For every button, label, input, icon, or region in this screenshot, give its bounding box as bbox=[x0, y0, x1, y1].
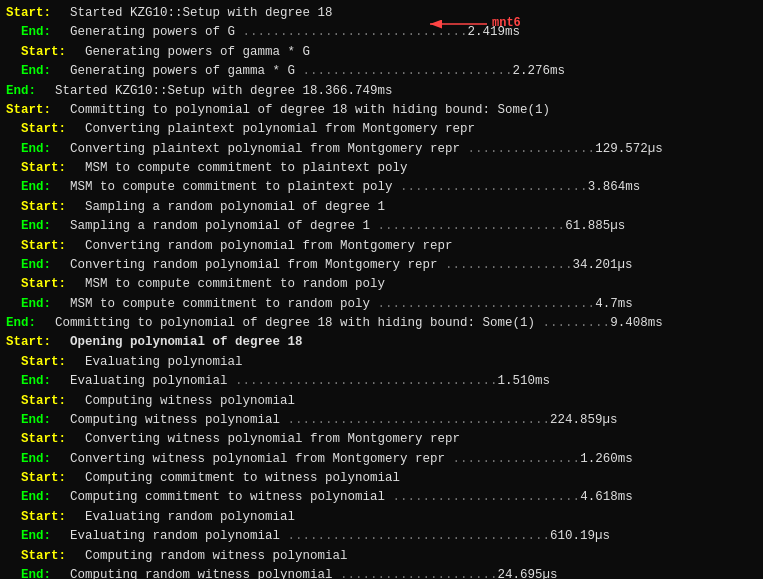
log-line: Start: Opening polynomial of degree 18 bbox=[0, 333, 763, 352]
log-line: End: Committing to polynomial of degree … bbox=[0, 314, 763, 333]
log-line: Start: Evaluating polynomial bbox=[0, 353, 763, 372]
log-line: Start: Generating powers of gamma * G bbox=[0, 43, 763, 62]
log-line: Start: Started KZG10::Setup with degree … bbox=[0, 4, 763, 23]
log-line: End: Computing random witness polynomial… bbox=[0, 566, 763, 579]
log-line: End: Generating powers of gamma * G ....… bbox=[0, 62, 763, 81]
log-line: Start: Sampling a random polynomial of d… bbox=[0, 198, 763, 217]
log-line: End: Evaluating polynomial .............… bbox=[0, 372, 763, 391]
log-line: End: Computing commitment to witness pol… bbox=[0, 488, 763, 507]
log-line: End: MSM to compute commitment to plaint… bbox=[0, 178, 763, 197]
log-line: End: Converting random polynomial from M… bbox=[0, 256, 763, 275]
log-line: End: Evaluating random polynomial ......… bbox=[0, 527, 763, 546]
log-line: Start: Computing witness polynomial bbox=[0, 392, 763, 411]
log-line: End: MSM to compute commitment to random… bbox=[0, 295, 763, 314]
log-line: Start: MSM to compute commitment to plai… bbox=[0, 159, 763, 178]
log-line: End: Computing witness polynomial ......… bbox=[0, 411, 763, 430]
log-line: End: Generating powers of G ............… bbox=[0, 23, 763, 42]
log-line: End: Converting plaintext polynomial fro… bbox=[0, 140, 763, 159]
log-line: End: Converting witness polynomial from … bbox=[0, 450, 763, 469]
log-line: Start: Evaluating random polynomial bbox=[0, 508, 763, 527]
log-line: Start: Converting plaintext polynomial f… bbox=[0, 120, 763, 139]
log-line: Start: Converting random polynomial from… bbox=[0, 237, 763, 256]
log-line: Start: Computing commitment to witness p… bbox=[0, 469, 763, 488]
annotation-label: mnt6 bbox=[492, 14, 521, 33]
terminal-output: Start: Started KZG10::Setup with degree … bbox=[0, 0, 763, 579]
log-line: End: Sampling a random polynomial of deg… bbox=[0, 217, 763, 236]
log-line: Start: Committing to polynomial of degre… bbox=[0, 101, 763, 120]
log-line: Start: MSM to compute commitment to rand… bbox=[0, 275, 763, 294]
log-line: Start: Computing random witness polynomi… bbox=[0, 547, 763, 566]
log-line: End: Started KZG10::Setup with degree 18… bbox=[0, 82, 763, 101]
log-line: Start: Converting witness polynomial fro… bbox=[0, 430, 763, 449]
